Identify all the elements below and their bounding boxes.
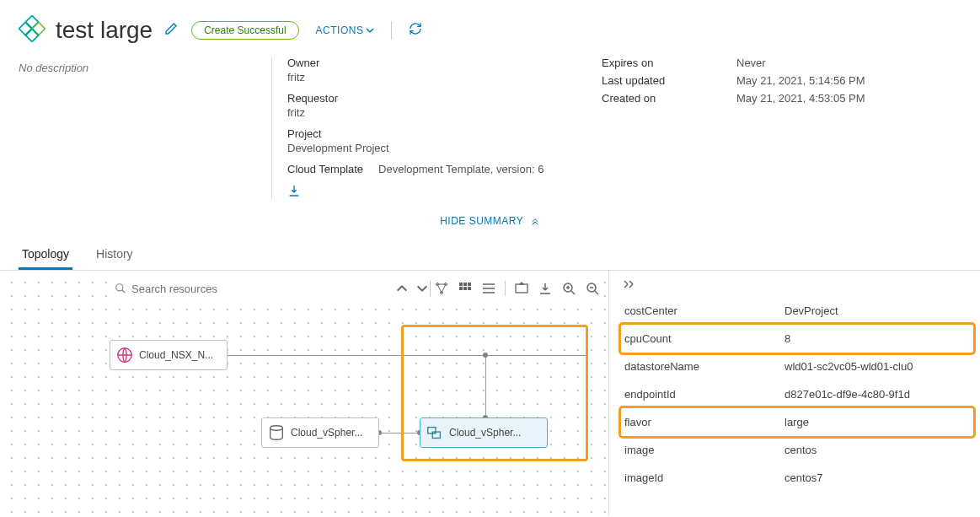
svg-rect-11	[459, 287, 463, 290]
owner-value: fritz	[287, 71, 602, 83]
property-value: 8	[785, 332, 970, 345]
view-graph-icon[interactable]	[434, 281, 449, 296]
node-label: Cloud_NSX_N...	[139, 349, 213, 361]
property-row[interactable]: costCenterDevProject	[621, 297, 973, 325]
search-input[interactable]	[131, 283, 275, 295]
svg-rect-2	[32, 22, 45, 35]
node-label: Cloud_vSpher...	[449, 427, 521, 439]
svg-rect-20	[432, 432, 440, 438]
divider	[391, 21, 392, 40]
svg-rect-10	[468, 283, 471, 286]
project-value: Development Project	[287, 142, 602, 154]
actions-dropdown[interactable]: ACTIONS	[316, 24, 375, 36]
requestor-label: Requestor	[287, 92, 602, 105]
property-value: centos	[785, 444, 970, 456]
zoom-out-icon[interactable]	[585, 281, 600, 296]
download-icon[interactable]	[287, 184, 301, 200]
property-key: cpuCount	[624, 332, 785, 345]
download-canvas-icon[interactable]	[538, 281, 553, 296]
zoom-in-icon[interactable]	[561, 281, 576, 296]
project-label: Project	[287, 127, 602, 140]
svg-rect-0	[25, 15, 38, 28]
cloud-template-label: Cloud Template	[287, 163, 363, 175]
svg-rect-13	[468, 287, 471, 290]
updated-label: Last updated	[602, 74, 736, 87]
property-value: large	[785, 416, 970, 428]
property-value: d827e01c-df9e-4c80-9f1d	[785, 388, 970, 401]
property-key: endpointId	[624, 388, 785, 401]
search-next-icon[interactable]	[415, 281, 430, 296]
property-row[interactable]: imagecentos	[621, 436, 973, 464]
node-vm[interactable]: Cloud_vSpher...	[420, 417, 548, 448]
expires-value: Never	[736, 57, 961, 69]
property-value: DevProject	[785, 304, 970, 317]
svg-rect-1	[19, 22, 31, 35]
connector-dot	[483, 353, 488, 358]
property-row[interactable]: cpuCount8	[621, 325, 973, 353]
updated-value: May 21, 2021, 5:14:56 PM	[736, 74, 961, 87]
page-title: test large	[56, 17, 153, 44]
node-network[interactable]: Cloud_NSX_N...	[110, 340, 228, 370]
view-grid-icon[interactable]	[458, 281, 473, 296]
refresh-icon[interactable]	[409, 22, 422, 38]
svg-point-18	[270, 426, 283, 431]
details-pane: costCenterDevProjectcpuCount8datastoreNa…	[608, 271, 980, 515]
description-text: No description	[19, 57, 271, 200]
property-value: centos7	[785, 471, 970, 484]
topology-canvas[interactable]: Cloud_NSX_N... Cloud_vSpher... Cloud_vSp…	[0, 271, 608, 515]
svg-rect-3	[25, 29, 38, 41]
property-row[interactable]: imageIdcentos7	[621, 464, 973, 492]
property-key: datastoreName	[624, 360, 785, 373]
requestor-value: fritz	[287, 106, 602, 119]
collapse-pane-icon[interactable]	[621, 279, 635, 292]
owner-label: Owner	[287, 57, 602, 69]
node-disk[interactable]: Cloud_vSpher...	[261, 417, 379, 448]
svg-rect-8	[459, 283, 463, 286]
expires-label: Expires on	[602, 57, 736, 69]
connector	[379, 433, 420, 434]
svg-rect-14	[516, 284, 527, 293]
vm-icon	[426, 423, 444, 442]
view-list-icon[interactable]	[481, 281, 496, 296]
property-key: imageId	[624, 471, 785, 484]
property-row[interactable]: endpointIdd827e01c-df9e-4c80-9f1d	[621, 380, 973, 408]
svg-rect-12	[463, 287, 467, 290]
svg-rect-9	[463, 283, 467, 286]
app-logo-icon	[19, 15, 46, 45]
node-label: Cloud_vSpher...	[291, 427, 362, 439]
property-key: image	[624, 444, 785, 456]
search-icon	[115, 283, 126, 294]
property-value: wld01-sc2vc05-wld01-clu0	[785, 360, 970, 373]
connector	[485, 355, 486, 417]
cloud-template-value: Development Template, version: 6	[378, 163, 544, 177]
property-key: flavor	[624, 416, 785, 428]
property-row[interactable]: flavorlarge	[621, 408, 973, 436]
property-key: costCenter	[624, 304, 785, 317]
property-row[interactable]: datastoreNamewld01-sc2vc05-wld01-clu0	[621, 353, 973, 380]
svg-rect-19	[428, 428, 436, 434]
disk-icon	[267, 423, 286, 442]
tab-topology[interactable]: Topology	[19, 239, 72, 270]
edit-icon[interactable]	[164, 22, 178, 38]
network-icon	[115, 346, 134, 364]
created-label: Created on	[602, 92, 736, 105]
fit-icon[interactable]	[514, 281, 529, 296]
status-badge: Create Successful	[191, 21, 298, 40]
created-value: May 21, 2021, 4:53:05 PM	[736, 92, 961, 105]
tab-history[interactable]: History	[93, 239, 137, 270]
connector	[228, 355, 588, 356]
search-prev-icon[interactable]	[394, 281, 410, 296]
hide-summary-toggle[interactable]: HIDE SUMMARY	[0, 208, 980, 239]
svg-point-4	[116, 284, 123, 291]
